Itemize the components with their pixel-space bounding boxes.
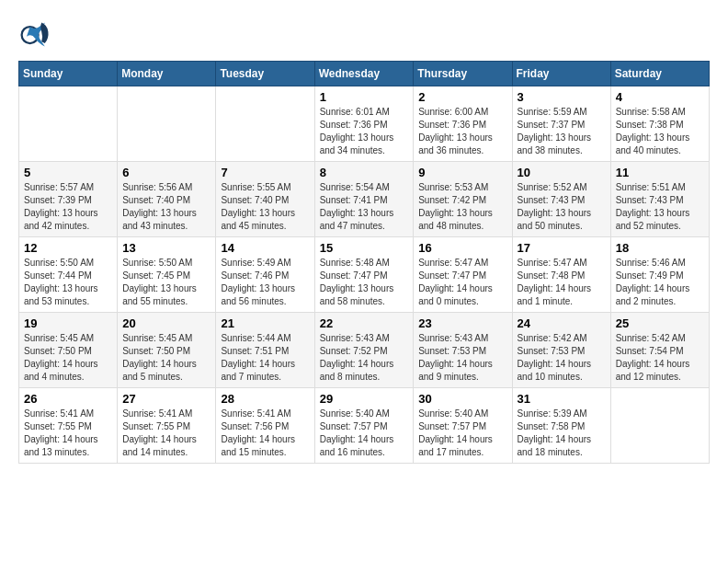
day-number: 20 xyxy=(122,316,210,330)
day-number: 27 xyxy=(122,392,210,406)
day-number: 23 xyxy=(418,316,506,330)
day-number: 30 xyxy=(418,392,506,406)
day-number: 2 xyxy=(418,90,506,104)
day-number: 10 xyxy=(518,166,606,179)
day-detail: Sunrise: 5:49 AMSunset: 7:46 PMDaylight:… xyxy=(221,257,309,308)
day-detail: Sunrise: 5:40 AMSunset: 7:57 PMDaylight:… xyxy=(320,408,409,459)
calendar-day-header: Wednesday xyxy=(314,62,414,86)
day-detail: Sunrise: 5:43 AMSunset: 7:53 PMDaylight:… xyxy=(418,332,506,384)
day-number: 18 xyxy=(616,241,704,255)
day-detail: Sunrise: 5:45 AMSunset: 7:50 PMDaylight:… xyxy=(24,332,112,384)
calendar-cell: 22Sunrise: 5:43 AMSunset: 7:52 PMDayligh… xyxy=(314,313,414,388)
calendar-cell: 7Sunrise: 5:55 AMSunset: 7:40 PMDaylight… xyxy=(216,162,314,237)
calendar-cell: 8Sunrise: 5:54 AMSunset: 7:41 PMDaylight… xyxy=(314,162,414,237)
day-number: 4 xyxy=(616,90,704,104)
day-number: 28 xyxy=(221,392,309,406)
calendar-cell: 19Sunrise: 5:45 AMSunset: 7:50 PMDayligh… xyxy=(19,313,118,388)
calendar-week-row: 26Sunrise: 5:41 AMSunset: 7:55 PMDayligh… xyxy=(19,388,710,464)
day-number: 9 xyxy=(418,166,506,179)
day-number: 25 xyxy=(616,316,704,330)
day-detail: Sunrise: 5:41 AMSunset: 7:56 PMDaylight:… xyxy=(221,408,309,459)
day-detail: Sunrise: 5:50 AMSunset: 7:45 PMDaylight:… xyxy=(122,257,210,308)
calendar-cell: 29Sunrise: 5:40 AMSunset: 7:57 PMDayligh… xyxy=(314,388,414,464)
day-number: 8 xyxy=(320,166,409,179)
day-number: 24 xyxy=(518,316,606,330)
day-detail: Sunrise: 6:01 AMSunset: 7:36 PMDaylight:… xyxy=(320,106,409,157)
calendar-cell: 26Sunrise: 5:41 AMSunset: 7:55 PMDayligh… xyxy=(19,388,118,464)
day-detail: Sunrise: 5:51 AMSunset: 7:43 PMDaylight:… xyxy=(616,181,704,233)
day-number: 1 xyxy=(320,90,409,104)
day-detail: Sunrise: 5:47 AMSunset: 7:47 PMDaylight:… xyxy=(418,257,506,308)
day-detail: Sunrise: 5:41 AMSunset: 7:55 PMDaylight:… xyxy=(24,408,112,459)
day-detail: Sunrise: 5:52 AMSunset: 7:43 PMDaylight:… xyxy=(518,181,606,233)
calendar-cell: 16Sunrise: 5:47 AMSunset: 7:47 PMDayligh… xyxy=(414,237,512,313)
day-detail: Sunrise: 5:59 AMSunset: 7:37 PMDaylight:… xyxy=(518,106,606,157)
calendar-cell: 13Sunrise: 5:50 AMSunset: 7:45 PMDayligh… xyxy=(118,237,216,313)
day-number: 6 xyxy=(122,166,210,179)
calendar-cell: 15Sunrise: 5:48 AMSunset: 7:47 PMDayligh… xyxy=(314,237,414,313)
day-number: 22 xyxy=(320,316,409,330)
calendar-cell: 31Sunrise: 5:39 AMSunset: 7:58 PMDayligh… xyxy=(512,388,610,464)
calendar-cell xyxy=(610,388,709,464)
day-detail: Sunrise: 5:55 AMSunset: 7:40 PMDaylight:… xyxy=(221,181,309,233)
calendar-day-header: Tuesday xyxy=(216,62,314,86)
calendar-cell: 27Sunrise: 5:41 AMSunset: 7:55 PMDayligh… xyxy=(118,388,216,464)
day-detail: Sunrise: 5:54 AMSunset: 7:41 PMDaylight:… xyxy=(320,181,409,233)
calendar-week-row: 19Sunrise: 5:45 AMSunset: 7:50 PMDayligh… xyxy=(19,313,710,388)
day-detail: Sunrise: 5:58 AMSunset: 7:38 PMDaylight:… xyxy=(616,106,704,157)
calendar-cell: 25Sunrise: 5:42 AMSunset: 7:54 PMDayligh… xyxy=(610,313,709,388)
calendar-day-header: Friday xyxy=(512,62,610,86)
day-detail: Sunrise: 5:56 AMSunset: 7:40 PMDaylight:… xyxy=(122,181,210,233)
day-number: 29 xyxy=(320,392,409,406)
calendar-header-row: SundayMondayTuesdayWednesdayThursdayFrid… xyxy=(19,62,710,86)
day-number: 11 xyxy=(616,166,704,179)
calendar-cell: 14Sunrise: 5:49 AMSunset: 7:46 PMDayligh… xyxy=(216,237,314,313)
calendar-cell: 24Sunrise: 5:42 AMSunset: 7:53 PMDayligh… xyxy=(512,313,610,388)
calendar-cell: 5Sunrise: 5:57 AMSunset: 7:39 PMDaylight… xyxy=(19,162,118,237)
day-detail: Sunrise: 5:46 AMSunset: 7:49 PMDaylight:… xyxy=(616,257,704,308)
day-detail: Sunrise: 5:39 AMSunset: 7:58 PMDaylight:… xyxy=(518,408,606,459)
calendar-cell: 2Sunrise: 6:00 AMSunset: 7:36 PMDaylight… xyxy=(414,86,512,162)
day-number: 7 xyxy=(221,166,309,179)
calendar-day-header: Saturday xyxy=(610,62,709,86)
calendar-cell: 1Sunrise: 6:01 AMSunset: 7:36 PMDaylight… xyxy=(314,86,414,162)
day-number: 15 xyxy=(320,241,409,255)
calendar-day-header: Sunday xyxy=(19,62,118,86)
calendar-cell: 9Sunrise: 5:53 AMSunset: 7:42 PMDaylight… xyxy=(414,162,512,237)
day-number: 14 xyxy=(221,241,309,255)
calendar-cell: 30Sunrise: 5:40 AMSunset: 7:57 PMDayligh… xyxy=(414,388,512,464)
calendar-cell: 6Sunrise: 5:56 AMSunset: 7:40 PMDaylight… xyxy=(118,162,216,237)
day-detail: Sunrise: 5:44 AMSunset: 7:51 PMDaylight:… xyxy=(221,332,309,384)
day-detail: Sunrise: 5:45 AMSunset: 7:50 PMDaylight:… xyxy=(122,332,210,384)
day-detail: Sunrise: 5:43 AMSunset: 7:52 PMDaylight:… xyxy=(320,332,409,384)
day-number: 16 xyxy=(418,241,506,255)
day-number: 26 xyxy=(24,392,112,406)
calendar-cell: 17Sunrise: 5:47 AMSunset: 7:48 PMDayligh… xyxy=(512,237,610,313)
day-detail: Sunrise: 6:00 AMSunset: 7:36 PMDaylight:… xyxy=(418,106,506,157)
day-detail: Sunrise: 5:42 AMSunset: 7:53 PMDaylight:… xyxy=(518,332,606,384)
day-detail: Sunrise: 5:41 AMSunset: 7:55 PMDaylight:… xyxy=(122,408,210,459)
day-number: 19 xyxy=(24,316,112,330)
calendar-cell: 4Sunrise: 5:58 AMSunset: 7:38 PMDaylight… xyxy=(610,86,709,162)
calendar-cell xyxy=(216,86,314,162)
day-number: 3 xyxy=(518,90,606,104)
calendar-cell: 23Sunrise: 5:43 AMSunset: 7:53 PMDayligh… xyxy=(414,313,512,388)
calendar-table: SundayMondayTuesdayWednesdayThursdayFrid… xyxy=(18,61,710,464)
day-detail: Sunrise: 5:57 AMSunset: 7:39 PMDaylight:… xyxy=(24,181,112,233)
calendar-cell: 20Sunrise: 5:45 AMSunset: 7:50 PMDayligh… xyxy=(118,313,216,388)
calendar-cell: 21Sunrise: 5:44 AMSunset: 7:51 PMDayligh… xyxy=(216,313,314,388)
calendar-cell: 18Sunrise: 5:46 AMSunset: 7:49 PMDayligh… xyxy=(610,237,709,313)
day-number: 12 xyxy=(24,241,112,255)
day-number: 17 xyxy=(518,241,606,255)
calendar-cell xyxy=(118,86,216,162)
calendar-cell xyxy=(19,86,118,162)
calendar-cell: 28Sunrise: 5:41 AMSunset: 7:56 PMDayligh… xyxy=(216,388,314,464)
calendar-cell: 11Sunrise: 5:51 AMSunset: 7:43 PMDayligh… xyxy=(610,162,709,237)
calendar-week-row: 5Sunrise: 5:57 AMSunset: 7:39 PMDaylight… xyxy=(19,162,710,237)
day-number: 5 xyxy=(24,166,112,179)
day-number: 21 xyxy=(221,316,309,330)
calendar-cell: 10Sunrise: 5:52 AMSunset: 7:43 PMDayligh… xyxy=(512,162,610,237)
calendar-cell: 12Sunrise: 5:50 AMSunset: 7:44 PMDayligh… xyxy=(19,237,118,313)
logo-icon xyxy=(18,18,51,52)
day-detail: Sunrise: 5:40 AMSunset: 7:57 PMDaylight:… xyxy=(418,408,506,459)
